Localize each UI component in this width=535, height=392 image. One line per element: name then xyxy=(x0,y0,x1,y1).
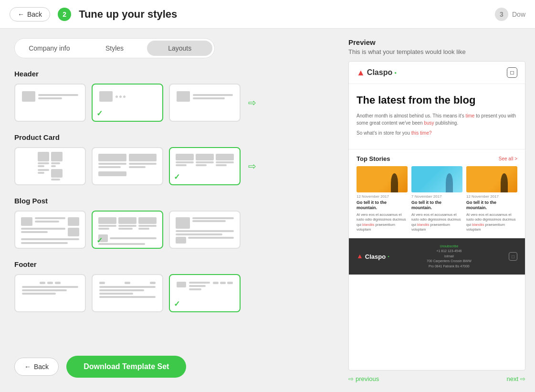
preview-scroll[interactable]: ▲ Claspo● □ The latest from the blog Ano… xyxy=(349,62,525,370)
header-layout-option-1[interactable] xyxy=(14,84,86,122)
sections-area: Header xyxy=(14,70,329,362)
back-label: Back xyxy=(27,11,42,18)
email-header: ▲ Claspo● □ xyxy=(349,62,525,84)
product-option3-checkmark: ✓ xyxy=(174,172,180,181)
footer-info: Unsubscribe +1 812 123-4546 lolmail 700 … xyxy=(427,244,472,269)
step2-badge: 2 xyxy=(58,8,71,21)
blog-layout-options: ✓ xyxy=(14,211,329,249)
blog-layout-option-2[interactable]: ✓ xyxy=(92,211,163,249)
back-arrow-bottom-icon: ← xyxy=(24,363,31,371)
next-arrow-icon: ⇨ xyxy=(520,375,525,382)
step3-indicator: 3 Dow xyxy=(495,8,525,21)
preview-label: Preview xyxy=(348,38,525,46)
tab-layouts[interactable]: Layouts xyxy=(147,41,212,56)
prev-arrow-icon: ⇨ xyxy=(348,375,354,382)
product-section-label: Product Card xyxy=(14,133,329,141)
tabs-container: Company info Styles Layouts xyxy=(14,38,215,58)
hero-body-2: So what's in store for you this time? xyxy=(357,129,517,137)
top-stories-section: Top Stories See all > 12 November 2017 G… xyxy=(349,149,525,238)
hero-title: The latest from the blog xyxy=(357,94,517,107)
claspo-logo: ▲ Claspo● xyxy=(357,68,397,78)
story-img-1 xyxy=(357,166,408,192)
back-button-top[interactable]: ← Back xyxy=(10,7,50,21)
footer-logo-icon: ▲ xyxy=(357,253,363,260)
story-date-3: 12 November 2017 xyxy=(466,194,517,199)
step2-number: 2 xyxy=(63,11,66,18)
tab-company-info[interactable]: Company info xyxy=(17,41,82,56)
story-headline-1: Go tell it to the mountain. xyxy=(357,200,408,211)
blog-option2-checkmark: ✓ xyxy=(96,236,103,245)
story-card-1: 12 November 2017 Go tell it to the mount… xyxy=(357,166,408,233)
tab-styles[interactable]: Styles xyxy=(82,41,147,56)
preview-prev-button[interactable]: ⇨ previous xyxy=(348,375,379,382)
download-template-button[interactable]: Download Template Set xyxy=(66,356,186,378)
footer-layout-option-2[interactable] xyxy=(92,274,163,312)
page-title: Tune up your styles xyxy=(79,8,177,21)
logo-flame-icon: ▲ xyxy=(357,68,365,78)
footer-option3-checkmark: ✓ xyxy=(174,299,180,308)
bottom-bar: ← Back Download Template Set xyxy=(14,348,329,382)
footer-layout-option-3[interactable]: ✓ xyxy=(169,274,241,312)
story-date-2: 7 November 2017 xyxy=(411,194,462,199)
top-bar-left: ← Back 2 Tune up your styles xyxy=(10,7,177,21)
hero-body-1: Another month is almost behind us. This … xyxy=(357,112,517,127)
footer-logo: ▲ Claspo● xyxy=(357,253,389,260)
top-bar: ← Back 2 Tune up your styles 3 Dow xyxy=(0,0,535,29)
preview-next-button[interactable]: next ⇨ xyxy=(506,375,525,382)
next-label: next xyxy=(506,375,518,382)
email-hero: The latest from the blog Another month i… xyxy=(349,84,525,149)
story-headline-2: Go tell it to the mountain. xyxy=(411,200,462,211)
story-img-2 xyxy=(411,166,462,192)
top-stories-label: Top Stories xyxy=(357,155,390,162)
instagram-icon: □ xyxy=(507,67,517,78)
product-layout-option-2[interactable] xyxy=(92,147,163,185)
product-layout-option-3[interactable]: ✓ xyxy=(169,147,241,185)
header-layout-options: ✓ ⇨ xyxy=(14,84,329,122)
step3-badge: 3 xyxy=(495,8,508,21)
blog-section-label: Blog Post xyxy=(14,197,329,205)
main-layout: Company info Styles Layouts Header xyxy=(0,29,535,392)
header-layout-option-2[interactable]: ✓ xyxy=(92,84,163,122)
product-layout-options: ✓ ⇨ xyxy=(14,147,329,185)
prev-label: previous xyxy=(356,375,379,382)
header-section-label: Header xyxy=(14,70,329,78)
story-card-3: 12 November 2017 Go tell it to the mount… xyxy=(466,166,517,233)
preview-container: ▲ Claspo● □ The latest from the blog Ano… xyxy=(348,61,525,371)
story-card-2: 7 November 2017 Go tell it to the mounta… xyxy=(411,166,462,233)
story-img-3 xyxy=(466,166,517,192)
see-all-link[interactable]: See all > xyxy=(499,156,517,161)
footer-section-label: Footer xyxy=(14,260,329,268)
product-expand-icon[interactable]: ⇨ xyxy=(248,160,256,172)
header-layout-option-3[interactable] xyxy=(169,84,241,122)
email-preview: ▲ Claspo● □ The latest from the blog Ano… xyxy=(349,62,525,275)
footer-layout-option-1[interactable] xyxy=(14,274,86,312)
right-panel: Preview This is what your templates woul… xyxy=(344,29,535,392)
header-expand-icon[interactable]: ⇨ xyxy=(248,97,256,108)
preview-nav: ⇨ previous next ⇨ xyxy=(348,371,525,382)
story-date-1: 12 November 2017 xyxy=(357,194,408,199)
footer-layout-options: ✓ xyxy=(14,274,329,312)
blog-layout-option-3[interactable] xyxy=(169,211,241,249)
stories-grid: 12 November 2017 Go tell it to the mount… xyxy=(357,166,517,233)
footer-social-icon: □ xyxy=(509,252,517,261)
step3-label: Dow xyxy=(512,11,525,18)
preview-description: This is what your templates would look l… xyxy=(348,48,525,55)
email-footer: ▲ Claspo● Unsubscribe +1 812 123-4546 lo… xyxy=(349,238,525,275)
header-option2-checkmark: ✓ xyxy=(96,109,103,118)
back-arrow-icon: ← xyxy=(18,11,24,18)
left-panel: Company info Styles Layouts Header xyxy=(0,29,344,392)
blog-layout-option-1[interactable] xyxy=(14,211,86,249)
back-label-bottom: Back xyxy=(34,363,49,371)
story-headline-3: Go tell it to the mountain. xyxy=(466,200,517,211)
product-layout-option-1[interactable] xyxy=(14,147,86,185)
back-button-bottom[interactable]: ← Back xyxy=(14,358,59,376)
